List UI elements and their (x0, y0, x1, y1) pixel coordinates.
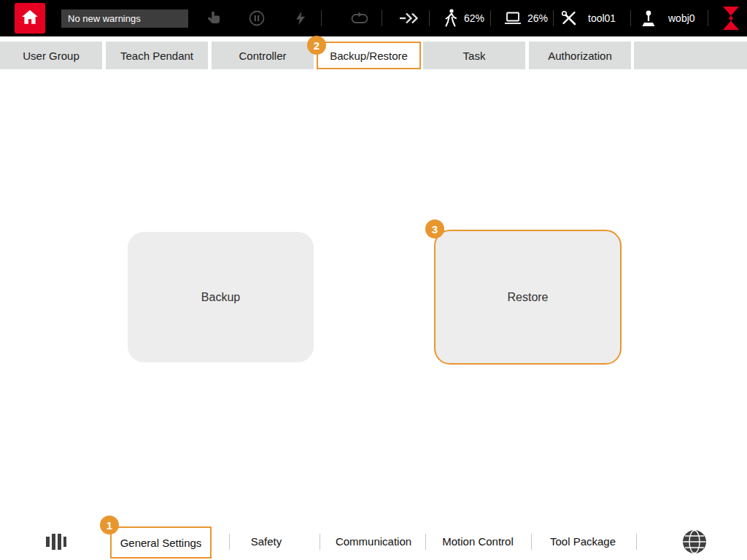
backup-button[interactable]: Backup (128, 232, 314, 362)
nav-general-settings[interactable]: General Settings (110, 526, 212, 559)
brand-logo-icon (721, 0, 741, 36)
tab-filler (634, 42, 747, 69)
language-globe-icon[interactable] (681, 529, 708, 555)
home-button[interactable] (15, 3, 45, 34)
step-badge-3: 3 (425, 219, 444, 238)
status-message[interactable]: No new warnings (61, 9, 188, 28)
top-status-bar: No new warnings (0, 0, 747, 36)
tab-controller[interactable]: Controller (212, 42, 314, 69)
tab-backup-restore[interactable]: Backup/Restore (317, 42, 421, 69)
tool-value[interactable]: tool01 (588, 0, 616, 36)
nav-safety[interactable]: Safety (251, 524, 282, 560)
divider (229, 534, 230, 550)
divider (708, 10, 708, 26)
monitor-icon[interactable] (503, 0, 522, 36)
nav-tool-package[interactable]: Tool Package (550, 524, 616, 560)
nav-communication[interactable]: Communication (336, 524, 411, 560)
monitor-value[interactable]: 26% (527, 0, 548, 36)
step-badge-1: 1 (100, 516, 119, 534)
speed-value[interactable]: 62% (464, 0, 484, 36)
divider (429, 10, 430, 26)
step-arrows-icon[interactable] (398, 0, 420, 36)
divider (636, 534, 637, 550)
divider (490, 10, 491, 26)
speed-person-icon[interactable] (444, 0, 458, 36)
loop-run-icon[interactable] (350, 0, 369, 36)
nav-motion-control[interactable]: Motion Control (442, 524, 514, 560)
power-bolt-icon[interactable] (293, 0, 309, 36)
divider (425, 534, 426, 550)
divider (531, 534, 532, 550)
wobj-joystick-icon[interactable] (640, 0, 657, 36)
pause-icon[interactable] (248, 0, 266, 36)
divider (320, 534, 320, 550)
tab-user-group[interactable]: User Group (0, 42, 102, 69)
tab-task[interactable]: Task (423, 42, 525, 69)
divider (321, 10, 322, 26)
tab-teach-pendant[interactable]: Teach Pendant (106, 42, 208, 69)
wobj-value[interactable]: wobj0 (668, 0, 695, 36)
divider (382, 10, 382, 26)
tool-icon[interactable] (560, 0, 578, 36)
hand-guide-icon[interactable] (205, 0, 222, 36)
menu-bars-icon[interactable] (44, 532, 67, 552)
step-badge-2: 2 (307, 36, 326, 55)
divider (553, 10, 554, 26)
home-icon (20, 7, 39, 29)
restore-button[interactable]: Restore (434, 230, 622, 365)
app-root: No new warnings (0, 0, 747, 560)
divider (630, 10, 631, 26)
tab-authorization[interactable]: Authorization (529, 42, 631, 69)
